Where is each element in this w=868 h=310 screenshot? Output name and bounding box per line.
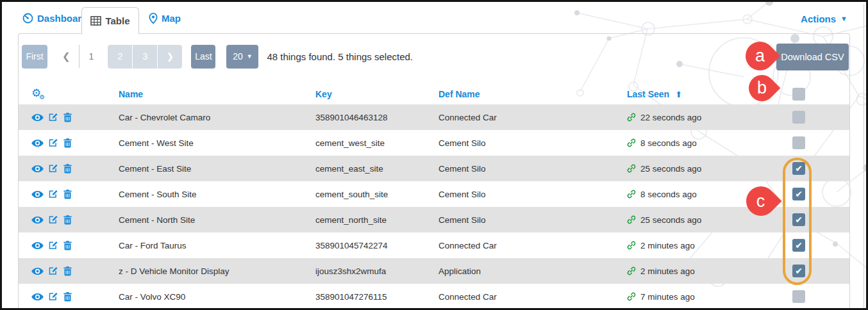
table-grid-icon bbox=[90, 16, 101, 26]
column-header-key[interactable]: Key bbox=[315, 89, 438, 99]
edit-icon[interactable] bbox=[49, 292, 58, 301]
connected-link-icon bbox=[627, 241, 636, 250]
cell-key: cement_west_site bbox=[315, 138, 438, 148]
pagination-page-2-button[interactable]: 2 bbox=[108, 45, 132, 69]
pagination-first-button[interactable]: First bbox=[22, 45, 47, 69]
tab-table[interactable]: Table bbox=[81, 7, 139, 34]
cell-name: Car - Chevrolet Camaro bbox=[119, 113, 315, 122]
cell-name: Car - Volvo XC90 bbox=[119, 292, 315, 302]
cell-last-seen: 25 seconds ago bbox=[640, 164, 701, 174]
view-icon[interactable] bbox=[31, 139, 44, 147]
table-row: Cement - East Site cement_east_site Ceme… bbox=[19, 156, 849, 181]
connected-link-icon bbox=[627, 266, 636, 275]
tab-map[interactable]: Map bbox=[149, 13, 181, 24]
pagination-current-page: 1 bbox=[89, 51, 94, 61]
delete-icon[interactable] bbox=[63, 138, 72, 148]
edit-icon[interactable] bbox=[49, 164, 58, 173]
delete-icon[interactable] bbox=[63, 215, 72, 225]
table-panel: First ❮ 1 2 3 ❯ Last 20 ▼ 48 things foun… bbox=[18, 33, 850, 310]
pagination-prev-button[interactable]: ❮ bbox=[62, 51, 71, 62]
map-pin-icon bbox=[149, 13, 158, 24]
cell-key: cement_south_site bbox=[315, 190, 438, 199]
delete-icon[interactable] bbox=[63, 190, 72, 199]
cell-key: 358901046463128 bbox=[315, 113, 438, 122]
cell-key: ijousz3shx2wmufa bbox=[315, 266, 438, 276]
connected-link-icon bbox=[627, 190, 636, 199]
cell-key: 358901047276115 bbox=[315, 292, 438, 302]
cell-name: Car - Ford Taurus bbox=[119, 241, 315, 250]
edit-icon[interactable] bbox=[49, 215, 58, 224]
sort-ascending-icon: ⬆ bbox=[675, 90, 682, 99]
view-icon[interactable] bbox=[31, 113, 44, 122]
page-size-dropdown[interactable]: 20 ▼ bbox=[226, 45, 258, 69]
cell-name: Cement - South Site bbox=[119, 190, 315, 199]
pagination-next-button[interactable]: ❯ bbox=[158, 45, 182, 69]
tab-map-label: Map bbox=[162, 13, 181, 24]
table-row: Cement - West Site cement_west_site Ceme… bbox=[19, 130, 849, 156]
delete-icon[interactable] bbox=[63, 113, 72, 122]
view-icon[interactable] bbox=[31, 216, 44, 224]
edit-icon[interactable] bbox=[49, 138, 58, 147]
cell-def-name: Cement Silo bbox=[438, 138, 627, 148]
table-row: Car - Ford Taurus 358901045742274 Connec… bbox=[19, 232, 849, 258]
cell-last-seen: 2 minutes ago bbox=[640, 241, 695, 250]
dashboard-gauge-icon bbox=[22, 13, 33, 24]
row-checkbox[interactable]: ✔ bbox=[792, 239, 805, 252]
cell-key: cement_north_site bbox=[315, 215, 438, 225]
view-icon[interactable] bbox=[31, 190, 44, 199]
view-icon[interactable] bbox=[31, 241, 44, 250]
pagination-page-3-button[interactable]: 3 bbox=[133, 45, 157, 69]
row-checkbox[interactable]: ✔ bbox=[792, 265, 805, 277]
delete-icon[interactable] bbox=[63, 164, 72, 174]
column-header-name[interactable]: Name bbox=[119, 89, 315, 99]
cell-def-name: Connected Car bbox=[438, 292, 627, 302]
pagination-bar: First ❮ 1 2 3 ❯ Last 20 ▼ 48 things foun… bbox=[22, 44, 413, 69]
cell-last-seen: 22 seconds ago bbox=[640, 113, 701, 122]
cell-name: Cement - West Site bbox=[119, 138, 315, 148]
chevron-down-icon: ▼ bbox=[840, 15, 847, 22]
connected-link-icon bbox=[627, 113, 636, 122]
delete-icon[interactable] bbox=[63, 266, 72, 276]
tab-dashboard[interactable]: Dashboard bbox=[22, 13, 87, 24]
cell-key: cement_east_site bbox=[315, 164, 438, 174]
cell-def-name: Connected Car bbox=[438, 113, 627, 122]
tab-table-label: Table bbox=[105, 15, 129, 26]
row-checkbox[interactable] bbox=[792, 290, 805, 303]
table-row: Car - Chevrolet Camaro 358901046463128 C… bbox=[19, 104, 849, 130]
row-checkbox[interactable] bbox=[792, 111, 805, 124]
view-icon[interactable] bbox=[31, 267, 44, 275]
cell-name: z - D Vehicle Monitor Display bbox=[119, 266, 315, 276]
view-icon[interactable] bbox=[31, 165, 44, 173]
edit-icon[interactable] bbox=[49, 113, 58, 122]
cell-key: 358901045742274 bbox=[315, 241, 438, 250]
view-icon[interactable] bbox=[31, 293, 44, 301]
results-summary: 48 things found. 5 things selected. bbox=[267, 51, 413, 62]
tab-bar: Dashboard Table Map Actions ▼ bbox=[0, 0, 868, 34]
download-csv-button[interactable]: Download CSV bbox=[776, 44, 849, 70]
row-checkbox[interactable]: ✔ bbox=[792, 213, 805, 226]
cell-def-name: Cement Silo bbox=[438, 164, 627, 174]
edit-icon[interactable] bbox=[49, 190, 58, 199]
delete-icon[interactable] bbox=[63, 292, 72, 302]
row-checkbox[interactable]: ✔ bbox=[792, 162, 805, 175]
delete-icon[interactable] bbox=[63, 241, 72, 250]
actions-menu-button[interactable]: Actions ▼ bbox=[801, 13, 847, 24]
select-all-checkbox[interactable] bbox=[792, 88, 805, 101]
cell-last-seen: 8 seconds ago bbox=[640, 138, 697, 148]
connected-link-icon bbox=[627, 164, 636, 173]
edit-icon[interactable] bbox=[49, 241, 58, 250]
row-checkbox[interactable]: ✔ bbox=[792, 188, 805, 200]
connected-link-icon bbox=[627, 138, 636, 147]
pagination-page-group: 2 3 ❯ bbox=[108, 45, 182, 69]
chevron-down-icon: ▼ bbox=[247, 54, 253, 60]
column-settings-gears-icon[interactable]: ⚙⚙ bbox=[31, 88, 45, 101]
cell-def-name: Application bbox=[438, 266, 627, 276]
cell-last-seen: 7 minutes ago bbox=[640, 292, 695, 302]
edit-icon[interactable] bbox=[49, 266, 58, 275]
pagination-divider bbox=[79, 45, 79, 68]
row-checkbox[interactable] bbox=[792, 136, 805, 149]
column-header-def-name[interactable]: Def Name bbox=[438, 89, 627, 99]
pagination-last-button[interactable]: Last bbox=[191, 45, 215, 69]
actions-menu-label: Actions bbox=[801, 13, 836, 24]
table-row: z - D Vehicle Monitor Display ijousz3shx… bbox=[19, 258, 849, 284]
